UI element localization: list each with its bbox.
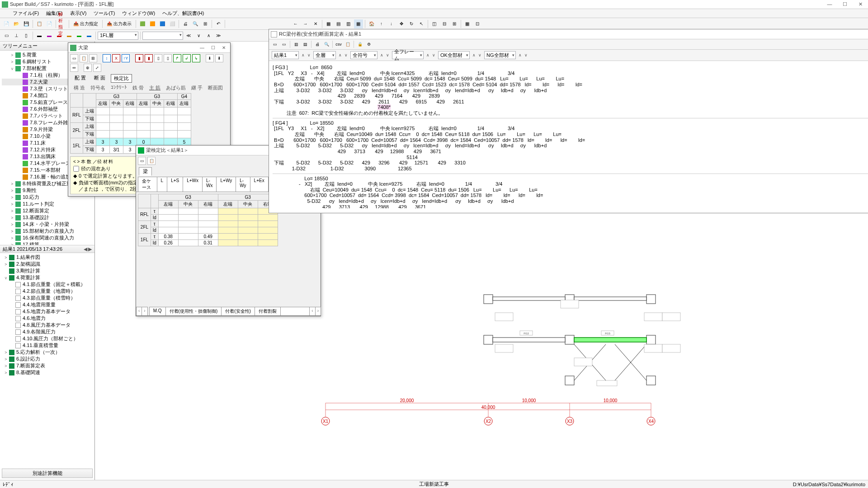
wtb-r2-icon[interactable]: ▮ xyxy=(145,54,153,62)
sub-conc[interactable]: ｺﾝｸﾘｰﾄ xyxy=(109,84,129,91)
tree-node[interactable]: 4.8.風圧力基本データ xyxy=(2,322,94,328)
tab-kentei[interactable]: 検定比 xyxy=(111,74,132,83)
tb2-nav2-icon[interactable]: ∨ xyxy=(194,31,203,40)
filter-layer[interactable]: 全層 xyxy=(313,51,336,59)
wtb-add-icon[interactable]: ⊕ xyxy=(84,64,92,72)
tb-down-icon[interactable]: ↓ xyxy=(387,19,396,28)
dock-data[interactable]: [ FG3 ] Lo= 8650 [1FL Y2 X3 - X4] 左端 Ien… xyxy=(269,61,868,208)
tb2-a-icon[interactable]: ▭ xyxy=(2,31,11,40)
tree-node[interactable]: 4.6.地震力 xyxy=(2,315,94,322)
tb-zoom-icon[interactable]: 🔍 xyxy=(191,19,200,28)
tb-fit-icon[interactable]: ⊞ xyxy=(201,19,210,28)
tab-danmen[interactable]: 断 面 xyxy=(91,74,108,83)
menu-window[interactable]: ウィンドウ(W) xyxy=(119,9,158,17)
tree-node[interactable]: >11.ルート判定 xyxy=(2,201,94,207)
tb2-col5-icon[interactable]: ▬ xyxy=(75,31,84,40)
filter-result[interactable]: 結果1 xyxy=(272,51,299,59)
wtb-link-icon[interactable]: ⇔ xyxy=(70,64,78,72)
sub-joint[interactable]: 継 手 xyxy=(189,84,204,91)
tb2-nav1-icon[interactable]: ≪ xyxy=(184,31,193,40)
tb2-b-icon[interactable]: ⊥ xyxy=(12,31,21,40)
dtb-copy-icon[interactable]: 📋 xyxy=(344,40,352,48)
wtb-r1-icon[interactable]: ▮ xyxy=(135,54,143,62)
tree-node[interactable]: 4.3.節点重量（積雪時） xyxy=(2,295,94,301)
btab-adh3[interactable]: 付着割裂 xyxy=(255,307,281,315)
tb-print-icon[interactable]: 🖨 xyxy=(181,19,190,28)
tb-w2-icon[interactable]: ⊟ xyxy=(440,19,449,28)
tree-node[interactable]: >6.設計応力 xyxy=(2,356,94,362)
canvas-area[interactable]: 20,000 10,000 10,000 40,000 X1 X2 X3 X4 xyxy=(95,42,868,480)
filter-ng[interactable]: NG全部材 xyxy=(484,51,516,59)
close-button[interactable]: ✕ xyxy=(854,1,866,7)
tb-home-icon[interactable]: 🏠 xyxy=(367,19,376,28)
kentei-grid[interactable]: G3G3左端中央右端左端中央右端RFLτld2FLτld1FLτ0.380.49… xyxy=(138,194,278,246)
tree-node[interactable]: >16.保有関連の直接入力 xyxy=(2,235,94,241)
ktb-2-icon[interactable]: 📋 xyxy=(147,157,156,165)
menu-help[interactable]: ヘルプ、解説書(H) xyxy=(160,9,207,17)
tb-back-icon[interactable]: ← xyxy=(291,19,300,28)
minimize-button[interactable]: — xyxy=(824,1,835,7)
filter-ok[interactable]: OK全部材 xyxy=(438,51,470,59)
wtb-d2-icon[interactable]: ⬇ xyxy=(215,54,223,62)
tb2-col1-icon[interactable]: ▬ xyxy=(35,31,44,40)
case-tab[interactable]: 全ケース xyxy=(138,177,157,192)
tree-node[interactable]: >14.床・小梁・片持梁 xyxy=(2,221,94,228)
tb2-nav3-icon[interactable]: ∧ xyxy=(204,31,213,40)
wtb-r4-icon[interactable]: ▯ xyxy=(164,54,172,62)
tb2-col2-icon[interactable]: ▬ xyxy=(45,31,54,40)
tb-grid4-icon[interactable]: ▦ xyxy=(354,19,363,28)
tb2-col3-icon[interactable]: ▬ xyxy=(55,31,64,40)
dtb-set-icon[interactable]: ⚙ xyxy=(365,40,373,48)
plan-drawing[interactable]: 20,000 10,000 10,000 40,000 X1 X2 X3 X4 xyxy=(226,209,868,480)
wtb-exp-icon[interactable]: ⤢ xyxy=(93,64,101,72)
wtb-g2-icon[interactable]: ↲ xyxy=(183,54,191,62)
tb-calc-icon[interactable]: 解析指定 xyxy=(58,19,67,28)
btab-adh2[interactable]: 付着(安全性) xyxy=(221,307,255,315)
wtb-2-icon[interactable]: 📋 xyxy=(80,54,88,62)
tb-w1-icon[interactable]: ◫ xyxy=(430,19,439,28)
wtb-x-icon[interactable]: X xyxy=(112,54,120,62)
tb-w5-icon[interactable]: ⊡ xyxy=(473,19,482,28)
tb-d-icon[interactable]: ⬜ xyxy=(168,19,177,28)
tb-grid1-icon[interactable]: ▦ xyxy=(324,19,333,28)
tb-fwd-icon[interactable]: → xyxy=(301,19,310,28)
oobari-min-button[interactable]: — xyxy=(198,45,207,50)
ktb-1-icon[interactable]: ▭ xyxy=(138,157,146,165)
oobari-close-button[interactable]: ✕ xyxy=(219,45,228,50)
sub-stirrup[interactable]: あばら筋 xyxy=(164,84,188,91)
tree-node[interactable]: >7.断面算定表 xyxy=(2,362,94,369)
btab-mq[interactable]: M.Q xyxy=(149,307,166,315)
tree-node[interactable]: >12.断面算定 xyxy=(2,207,94,214)
tree-node[interactable]: 4.1.節点重量（固定＋積載） xyxy=(2,281,94,288)
tree-node[interactable]: >1.結果作図 xyxy=(2,254,94,261)
tree-node[interactable]: v4.荷重計算 xyxy=(2,274,94,281)
extra-calc-button[interactable]: 別途計算機能 xyxy=(2,469,93,478)
layer-select[interactable]: 1FL層 xyxy=(98,32,138,40)
tb-del-icon[interactable]: ✕ xyxy=(311,19,320,28)
tree-node[interactable]: 4.5.地震力基本データ xyxy=(2,308,94,315)
tb-undo-icon[interactable]: ↶ xyxy=(214,19,223,28)
menu-view[interactable]: 表示(V) xyxy=(67,9,90,17)
tb-up-icon[interactable]: ↑ xyxy=(377,19,386,28)
dtb-2-icon[interactable]: ▭ xyxy=(280,40,288,48)
tb-a-icon[interactable]: 🟩 xyxy=(138,19,147,28)
sub-steel[interactable]: 鉄 骨 xyxy=(131,84,146,91)
wtb-g3-icon[interactable]: ↳ xyxy=(192,54,200,62)
dtb-find-icon[interactable]: 🔍 xyxy=(322,40,330,48)
maximize-button[interactable]: ☐ xyxy=(839,1,851,7)
wtb-3-icon[interactable]: ⊞ xyxy=(89,54,97,62)
menu-tool[interactable]: ツール(T) xyxy=(91,9,118,17)
dtb-lock-icon[interactable]: 🔒 xyxy=(356,40,364,48)
tree-node[interactable]: >2.架構認識 xyxy=(2,261,94,267)
wtb-1-icon[interactable]: ▭ xyxy=(70,54,78,62)
dtb-csv-icon[interactable]: csv xyxy=(335,40,343,48)
tb-open-icon[interactable]: 📂 xyxy=(12,19,21,28)
case-tab[interactable]: L xyxy=(157,177,168,192)
kentei-tab-beam[interactable]: 梁 xyxy=(139,167,152,176)
wtb-y-icon[interactable]: ↑Y xyxy=(122,54,130,62)
tree-node[interactable]: >13.基礎設計 xyxy=(2,214,94,221)
case-tab[interactable]: L+Ex xyxy=(250,177,269,192)
tb-copy-icon[interactable]: 📋 xyxy=(35,19,44,28)
case-tab[interactable]: L-Wy xyxy=(236,177,250,192)
tree-node[interactable]: 4.4.地震用重量 xyxy=(2,301,94,308)
